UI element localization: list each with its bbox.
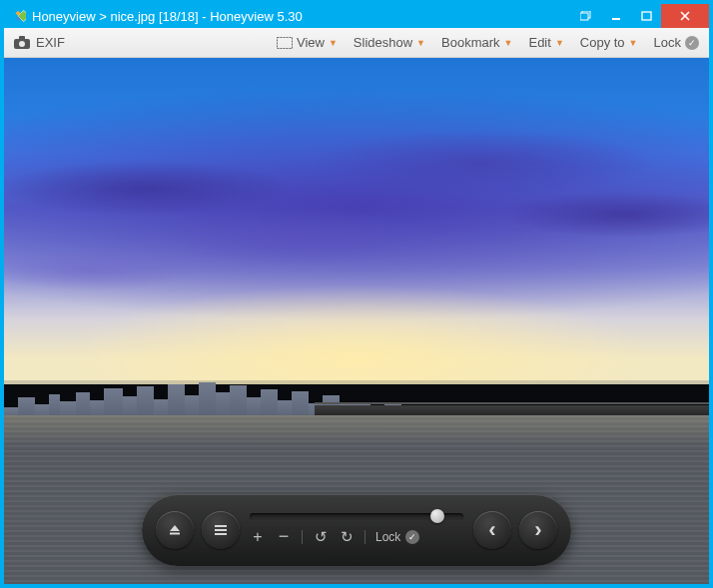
copyto-menu[interactable]: Copy to ▼ [580, 35, 638, 50]
overlay-center-group: + − ↺ ↻ Lock ✓ [250, 513, 463, 547]
view-icon [277, 37, 293, 49]
lock-label: Lock [654, 35, 681, 50]
exif-label: EXIF [36, 35, 65, 50]
svg-rect-15 [215, 525, 227, 527]
overlay-controls: + − ↺ ↻ Lock ✓ ‹ › [142, 494, 571, 566]
separator [364, 530, 365, 544]
chevron-down-icon: ▼ [629, 38, 638, 48]
restore-down-icon[interactable] [571, 4, 601, 28]
chevron-down-icon: ▼ [329, 38, 338, 48]
svg-rect-6 [642, 12, 651, 20]
svg-rect-4 [580, 13, 588, 20]
lock-overlay-label: Lock [375, 530, 400, 544]
slideshow-label: Slideshow [354, 35, 412, 50]
title-version: Honeyview 5.30 [210, 9, 303, 24]
lock-overlay-button[interactable]: Lock ✓ [375, 530, 419, 544]
app-window: Honeyview > nice.jpg [18/18] - Honeyview… [0, 0, 713, 588]
next-button[interactable]: › [519, 511, 557, 549]
svg-rect-17 [215, 533, 227, 535]
image-viewport[interactable]: + − ↺ ↻ Lock ✓ ‹ › [4, 58, 709, 584]
rotate-right-button[interactable]: ↻ [339, 528, 355, 546]
svg-rect-10 [19, 36, 25, 40]
chevron-down-icon: ▼ [555, 38, 564, 48]
svg-rect-14 [170, 533, 180, 535]
titlebar[interactable]: Honeyview > nice.jpg [18/18] - Honeyview… [4, 4, 709, 28]
zoom-in-button[interactable]: + [250, 528, 266, 546]
slideshow-menu[interactable]: Slideshow ▼ [354, 35, 425, 50]
title-sep: > [99, 9, 107, 24]
zoom-slider[interactable] [250, 513, 463, 520]
copyto-label: Copy to [580, 35, 625, 50]
zoom-out-button[interactable]: − [276, 526, 292, 547]
main-toolbar: EXIF View ▼ Slideshow ▼ Bookmark ▼ Edit … [4, 28, 709, 58]
overlay-center-row: + − ↺ ↻ Lock ✓ [250, 526, 463, 547]
title-filename: nice.jpg [110, 9, 155, 24]
rotate-left-button[interactable]: ↺ [313, 528, 329, 546]
overlay-left-group [156, 511, 240, 549]
eject-icon [168, 523, 182, 537]
svg-point-11 [19, 41, 25, 47]
app-logo-icon [10, 8, 26, 24]
check-circle-icon: ✓ [685, 36, 699, 50]
close-button[interactable] [661, 4, 709, 28]
window-controls [571, 4, 709, 28]
bookmark-menu[interactable]: Bookmark ▼ [441, 35, 512, 50]
chevron-left-icon: ‹ [488, 517, 495, 543]
check-circle-icon: ✓ [405, 530, 419, 544]
view-menu[interactable]: View ▼ [277, 35, 338, 50]
view-label: View [297, 35, 325, 50]
svg-marker-13 [170, 525, 180, 531]
bookmark-label: Bookmark [441, 35, 500, 50]
title-index: [18/18] [159, 9, 199, 24]
svg-rect-12 [277, 37, 292, 48]
edit-label: Edit [528, 35, 550, 50]
title-app: Honeyview [32, 9, 96, 24]
chevron-down-icon: ▼ [504, 38, 513, 48]
overlay-right-group: ‹ › [473, 511, 557, 549]
maximize-button[interactable] [631, 4, 661, 28]
svg-rect-16 [215, 529, 227, 531]
menu-icon [214, 524, 228, 536]
exif-button[interactable]: EXIF [14, 35, 65, 50]
zoom-slider-thumb[interactable] [430, 509, 444, 523]
separator [302, 530, 303, 544]
eject-button[interactable] [156, 511, 194, 549]
chevron-right-icon: › [534, 517, 541, 543]
lock-toolbar-button[interactable]: Lock ✓ [654, 35, 699, 50]
menu-button[interactable] [202, 511, 240, 549]
minimize-button[interactable] [601, 4, 631, 28]
edit-menu[interactable]: Edit ▼ [528, 35, 563, 50]
prev-button[interactable]: ‹ [473, 511, 511, 549]
chevron-down-icon: ▼ [416, 38, 425, 48]
camera-icon [14, 36, 30, 49]
window-title: Honeyview > nice.jpg [18/18] - Honeyview… [32, 9, 571, 24]
title-dash: - [202, 9, 206, 24]
